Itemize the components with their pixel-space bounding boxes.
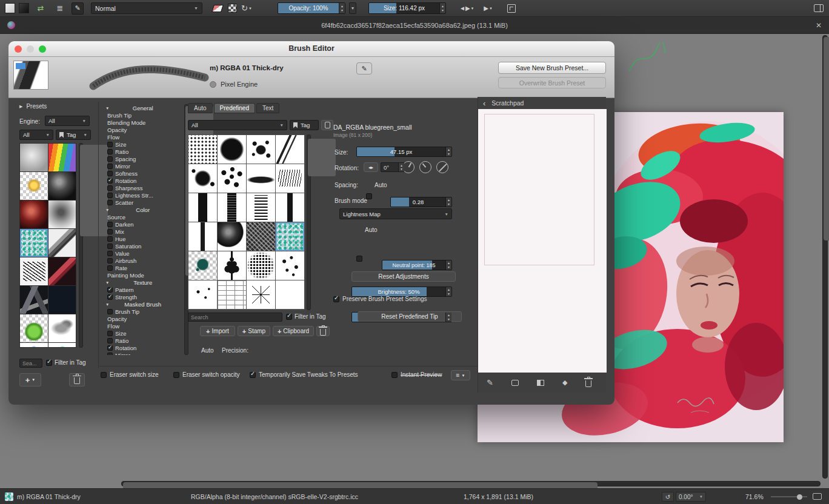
brush-option-strength[interactable]: Strength (104, 293, 183, 300)
preset-search-input[interactable] (19, 359, 42, 368)
collapse-scratchpad-icon[interactable]: ‹ (483, 99, 485, 108)
option-checkbox[interactable] (107, 178, 113, 184)
brush-option-painting-mode[interactable]: Painting Mode (104, 271, 183, 279)
brush-option-mirror[interactable]: Mirror (104, 351, 183, 355)
scrollbar-thumb[interactable] (308, 139, 336, 176)
brush-tip-thumbnail[interactable] (218, 193, 246, 222)
brush-option-airbrush[interactable]: Airbrush (104, 257, 183, 264)
option-checkbox[interactable] (107, 142, 113, 147)
option-checkbox[interactable] (107, 309, 113, 314)
option-checkbox[interactable] (107, 353, 113, 356)
option-checkbox[interactable] (107, 149, 113, 154)
rotation-value-spinbox[interactable]: 0° ▲▼ (381, 162, 405, 172)
brush-option-rotation[interactable]: Rotation (104, 177, 183, 184)
brush-option-ratio[interactable]: Ratio (104, 337, 183, 344)
spacing-slider[interactable]: 0.28 ▲▼ (390, 197, 452, 207)
trim-canvas-icon[interactable] (506, 2, 517, 15)
swap-colors-icon[interactable]: ⇄ (35, 2, 46, 15)
zoom-slider[interactable] (771, 496, 807, 497)
preset-thumbnail[interactable] (48, 172, 76, 200)
brush-option-saturation[interactable]: Saturation (104, 242, 183, 250)
brush-option-source[interactable]: Source (104, 213, 183, 220)
fill-background-icon[interactable]: ◆ (562, 379, 567, 386)
option-checkbox[interactable] (107, 185, 113, 191)
canvas-horizontal-scrollbar[interactable] (121, 481, 821, 486)
brush-tip-thumbnail[interactable] (276, 280, 304, 309)
brush-tip-thumbnail[interactable] (188, 310, 217, 310)
brush-tip-thumbnail[interactable] (247, 135, 275, 164)
pattern-swatch[interactable] (19, 3, 29, 13)
options-section-general[interactable]: ▼General (104, 104, 183, 111)
preset-thumbnail[interactable] (20, 257, 48, 285)
option-checkbox[interactable] (107, 236, 113, 242)
brush-option-spacing[interactable]: Spacing (104, 155, 183, 162)
tab-auto[interactable]: Auto (188, 103, 213, 113)
preset-thumbnail[interactable] (48, 343, 76, 348)
rotation-random-dial-icon[interactable] (419, 161, 431, 173)
brush-option-value[interactable]: Value (104, 250, 183, 257)
option-checkbox[interactable] (107, 193, 113, 198)
canvas-vertical-scrollbar[interactable] (822, 35, 828, 479)
option-checkbox[interactable] (107, 258, 113, 264)
brush-tip-thumbnail[interactable] (218, 310, 246, 310)
tip-grid-scrollbar[interactable] (307, 134, 311, 310)
option-checkbox[interactable] (107, 331, 113, 336)
fill-gradient-icon[interactable] (537, 380, 544, 386)
brush-option-pattern[interactable]: Pattern (104, 286, 183, 293)
brush-option-size[interactable]: Size (104, 330, 183, 337)
preset-thumbnail[interactable] (48, 314, 76, 342)
temporarily-save-tweaks-checkbox[interactable] (250, 372, 256, 378)
spinner-arrows-icon[interactable]: ▲▼ (439, 3, 445, 13)
brush-mode-select[interactable]: Lightness Map▼ (339, 208, 452, 219)
opacity-options-arrow[interactable]: ▼ (349, 2, 356, 14)
preset-thumbnail[interactable] (20, 201, 48, 228)
tip-filter-select[interactable]: All▼ (188, 120, 287, 130)
import-resource-icon-button[interactable] (321, 120, 333, 130)
preset-thumbnail[interactable] (48, 286, 76, 314)
gradient-swatch[interactable] (5, 3, 15, 13)
preset-thumbnail[interactable] (48, 257, 76, 285)
rotation-dial-icon[interactable] (402, 161, 414, 173)
brush-option-brush-tip[interactable]: Brush Tip (104, 111, 183, 119)
preset-thumbnail[interactable] (48, 144, 76, 171)
brush-tip-thumbnail[interactable] (188, 222, 217, 251)
brush-tip-thumbnail[interactable] (247, 310, 275, 310)
brush-tip-thumbnail[interactable] (188, 135, 217, 164)
rename-preset-icon[interactable]: ✎ (356, 62, 372, 75)
spinner-arrows-icon[interactable]: ▲▼ (339, 3, 345, 13)
stamp-tip-button[interactable]: Stamp (238, 326, 270, 336)
brush-tip-thumbnail[interactable] (188, 193, 217, 222)
brush-option-rate[interactable]: Rate (104, 264, 183, 271)
delete-preset-button[interactable] (69, 373, 85, 386)
instant-preview-checkbox[interactable] (391, 372, 398, 378)
neutral-point-slider[interactable]: Neutral point: 185 ▲▼ (382, 260, 452, 270)
option-checkbox[interactable] (107, 287, 113, 293)
brush-tip-thumbnail[interactable] (247, 164, 275, 193)
option-checkbox[interactable] (107, 222, 113, 227)
brush-tip-thumbnail[interactable] (276, 193, 304, 222)
brush-tip-thumbnail[interactable] (276, 222, 304, 251)
workspace-chooser-icon[interactable] (813, 2, 824, 15)
preset-filter-in-tag-checkbox[interactable] (46, 360, 52, 366)
eraser-switch-size-checkbox[interactable] (101, 372, 107, 378)
detach-editor-menu-button[interactable]: ≡▼ (451, 370, 470, 380)
preset-thumbnail[interactable] (48, 201, 76, 228)
brush-option-mirror[interactable]: Mirror (104, 162, 183, 170)
preset-thumbnail[interactable] (20, 229, 48, 257)
preset-thumbnail[interactable] (20, 343, 48, 348)
brush-tip-thumbnail[interactable] (276, 164, 304, 193)
tip-tag-select[interactable]: Tag (290, 120, 319, 130)
brush-option-brush-tip[interactable]: Brush Tip (104, 308, 183, 315)
fill-preset-area-icon[interactable] (511, 380, 519, 386)
brush-tip-thumbnail[interactable] (276, 135, 304, 164)
option-checkbox[interactable] (107, 229, 113, 234)
preset-thumbnail[interactable] (20, 286, 48, 314)
brush-tip-thumbnail[interactable] (276, 251, 304, 280)
option-checkbox[interactable] (107, 244, 113, 249)
paint-on-scratchpad-icon[interactable]: ✎ (487, 378, 493, 387)
brush-option-list-icon[interactable]: ≣ (55, 2, 65, 15)
brush-tip-thumbnail[interactable] (188, 251, 217, 280)
brush-option-flow[interactable]: Flow (104, 322, 183, 330)
eraser-switch-opacity-checkbox[interactable] (173, 372, 179, 378)
reset-adjustments-button[interactable]: Reset Adjustments (351, 271, 456, 282)
